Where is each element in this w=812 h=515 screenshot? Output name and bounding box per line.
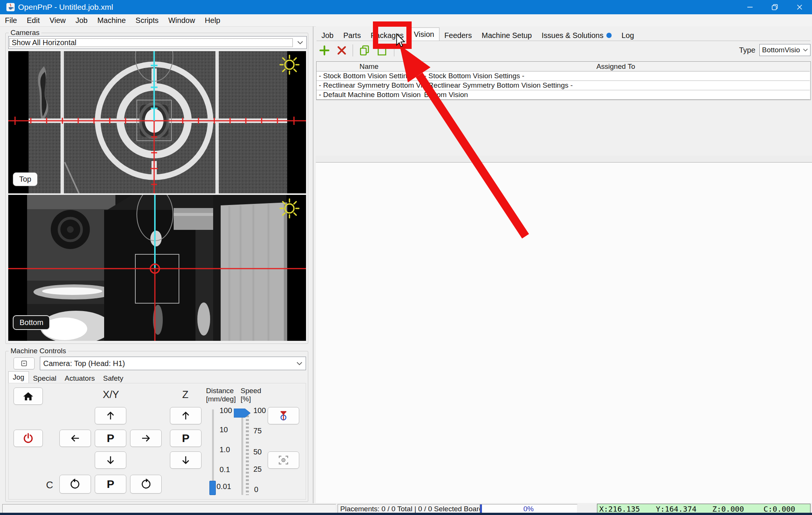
xy-position-button[interactable]: P <box>95 430 126 447</box>
speed-slider-ticks <box>246 412 249 495</box>
arrow-right-icon <box>141 433 151 444</box>
type-select[interactable]: BottomVision <box>759 44 810 56</box>
machine-tabs: Jog Special Actuators Safety <box>8 372 127 383</box>
tab-actuators[interactable]: Actuators <box>61 374 99 383</box>
cameras-group-label: Cameras <box>9 29 41 37</box>
delete-pipeline-button[interactable] <box>335 44 348 57</box>
machine-controls-label: Machine Controls <box>9 347 68 355</box>
menu-help[interactable]: Help <box>200 14 225 26</box>
add-icon <box>319 45 330 56</box>
speed-tick: 75 <box>253 427 262 435</box>
dro-coordinates: X:216.135 Y:164.374 Z:0.000 C:0.000 <box>597 504 810 514</box>
jog-c-ccw-button[interactable] <box>59 475 91 494</box>
speed-tick: 0 <box>254 485 258 494</box>
menu-job[interactable]: Job <box>71 14 92 26</box>
copy-icon <box>359 45 370 56</box>
camera-view-select[interactable]: Show All Horizontal <box>8 36 307 49</box>
minimize-button[interactable] <box>738 0 762 14</box>
menu-view[interactable]: View <box>45 14 71 26</box>
cell-name: - Default Machine Bottom Vision - <box>317 90 424 100</box>
table-row[interactable]: - Rectlinear Symmetry Bottom Vision Sett… <box>317 81 810 90</box>
bottom-camera-image <box>8 195 306 341</box>
home-button[interactable] <box>14 387 43 405</box>
bottom-camera-view[interactable]: Bottom <box>8 195 306 341</box>
distance-tick: 10 <box>220 425 228 434</box>
window-title: OpenPnP - Untitled.job.xml <box>18 3 113 12</box>
menu-bar: File Edit View Job Machine Scripts Windo… <box>0 14 812 27</box>
dro-x: X:216.135 <box>597 504 640 513</box>
power-button[interactable] <box>14 430 43 447</box>
capture-camera-button[interactable] <box>268 451 299 469</box>
tab-issues-solutions-label: Issues & Solutions <box>542 30 604 41</box>
speed-slider-handle[interactable] <box>234 409 250 418</box>
horizontal-splitter[interactable] <box>316 156 812 162</box>
distance-tick: 1.0 <box>220 445 230 454</box>
jog-y-plus-button[interactable] <box>95 407 126 424</box>
xy-label: X/Y <box>86 389 135 401</box>
jog-c-cw-button[interactable] <box>130 475 162 494</box>
copy-button[interactable] <box>358 44 371 57</box>
tab-machine-setup[interactable]: Machine Setup <box>477 30 536 41</box>
column-header-assigned-to[interactable]: Assigned To <box>422 62 810 71</box>
tab-parts[interactable]: Parts <box>338 30 366 41</box>
distance-tick: 0.1 <box>220 465 230 474</box>
camera-focus-icon <box>278 454 289 466</box>
toolbar-separator <box>394 44 394 56</box>
tab-safety[interactable]: Safety <box>99 374 127 383</box>
tab-special[interactable]: Special <box>29 374 61 383</box>
tab-feeders[interactable]: Feeders <box>439 30 477 41</box>
cell-name: - Rectlinear Symmetry Bottom Vision Sett… <box>317 81 424 90</box>
arrow-down-icon <box>105 455 116 465</box>
c-position-button[interactable]: P <box>95 475 126 494</box>
progress-bar-fill <box>480 504 482 513</box>
add-pipeline-button[interactable] <box>318 44 331 57</box>
z-position-button[interactable]: P <box>170 430 201 447</box>
menu-edit[interactable]: Edit <box>22 14 44 26</box>
tab-packages[interactable]: Packages <box>366 30 409 41</box>
tab-vision[interactable]: Vision <box>409 27 439 41</box>
cell-name: - Stock Bottom Vision Settings - <box>317 71 424 81</box>
menu-machine[interactable]: Machine <box>92 14 131 26</box>
tab-issues-solutions[interactable]: Issues & Solutions <box>537 30 617 41</box>
column-header-name[interactable]: Name <box>317 62 422 71</box>
menu-window[interactable]: Window <box>164 14 200 26</box>
jog-z-minus-button[interactable] <box>170 451 201 469</box>
arrow-up-icon <box>105 410 116 421</box>
restore-button[interactable] <box>762 0 787 14</box>
bottom-camera-badge: Bottom <box>13 315 50 330</box>
rotate-ccw-icon <box>70 479 81 490</box>
issues-status-dot-icon <box>606 33 612 38</box>
cell-assigned-to: - Stock Bottom Vision Settings - <box>422 71 810 81</box>
panel-divider[interactable] <box>313 26 314 503</box>
tab-job[interactable]: Job <box>317 30 338 41</box>
tool-select-value: Camera: Top (Head: H1) <box>40 359 293 368</box>
speed-slider[interactable] <box>241 409 243 495</box>
table-row[interactable]: - Default Machine Bottom Vision - Bottom… <box>317 90 810 100</box>
main-tabs: Job Parts Packages Vision Feeders Machin… <box>317 28 810 41</box>
jog-x-minus-button[interactable] <box>59 430 91 447</box>
table-row[interactable]: - Stock Bottom Vision Settings - - Stock… <box>317 71 810 81</box>
menu-scripts[interactable]: Scripts <box>131 14 164 26</box>
menu-file[interactable]: File <box>0 14 22 26</box>
paste-button[interactable] <box>375 44 389 57</box>
jog-y-minus-button[interactable] <box>95 451 126 469</box>
dro-c: C:0.000 <box>744 504 795 513</box>
tab-log[interactable]: Log <box>617 30 639 41</box>
power-icon <box>23 433 34 444</box>
cell-assigned-to: - Rectlinear Symmetry Bottom Vision Sett… <box>422 81 810 90</box>
jog-x-plus-button[interactable] <box>130 430 162 447</box>
dro-z: Z:0.000 <box>697 504 744 513</box>
close-button[interactable] <box>787 0 812 14</box>
distance-slider-handle[interactable] <box>209 481 216 495</box>
top-camera-view[interactable]: Top <box>8 51 306 193</box>
tool-select[interactable]: Camera: Top (Head: H1) <box>40 357 306 370</box>
park-button[interactable] <box>268 407 299 424</box>
jog-z-plus-button[interactable] <box>170 407 201 424</box>
minimize-icon <box>747 4 753 11</box>
distance-title: Distance <box>206 387 234 395</box>
toolbar-separator <box>353 44 353 56</box>
collapse-button[interactable] <box>14 357 35 369</box>
tab-jog[interactable]: Jog <box>8 371 29 383</box>
speed-title: Speed <box>241 387 261 395</box>
distance-tick: 0.01 <box>217 482 231 491</box>
